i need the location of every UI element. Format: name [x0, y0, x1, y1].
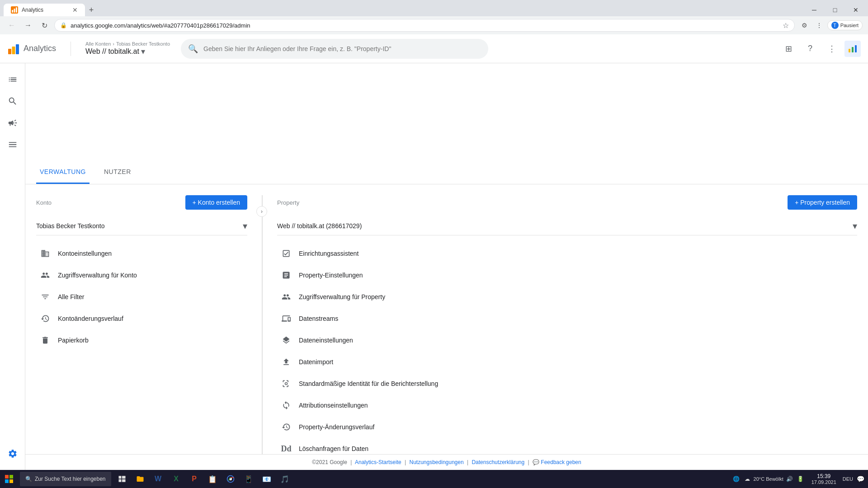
start-button[interactable]: [0, 470, 18, 488]
apps-grid-icon[interactable]: ⊞: [779, 40, 797, 58]
bookmark-icon[interactable]: ☆: [783, 21, 789, 30]
help-icon[interactable]: ?: [801, 40, 819, 58]
menu-item-property-aenderungsverlauf[interactable]: Property-Änderungsverlauf: [277, 416, 857, 438]
global-search-input[interactable]: [203, 45, 481, 52]
create-property-button[interactable]: + Property erstellen: [788, 195, 857, 210]
svg-rect-15: [9, 479, 13, 483]
property-selector[interactable]: Web // tobitalk.at ▾: [85, 47, 170, 56]
tab-nutzer[interactable]: NUTZER: [100, 161, 135, 184]
collapse-column-button[interactable]: ›: [256, 206, 267, 217]
menu-item-datenstreams[interactable]: Datenstreams: [277, 308, 857, 329]
taskbar-app-chrome[interactable]: [222, 470, 240, 488]
tab-title: Analytics: [22, 7, 43, 13]
browser-menu-icon[interactable]: ⋮: [813, 19, 826, 32]
streams-icon: [281, 313, 292, 324]
tab-verwaltung[interactable]: VERWALTUNG: [36, 161, 90, 184]
language-indicator[interactable]: DEU: [843, 476, 853, 482]
extensions-icon[interactable]: ⚙: [798, 19, 811, 32]
weather-icon[interactable]: ☁: [743, 474, 752, 483]
property-selector-dropdown[interactable]: Web // tobitalk.at (286617029) ▾: [277, 217, 857, 235]
menu-item-dateneinstellungen[interactable]: Dateneinstellungen: [277, 329, 857, 351]
global-search-bar[interactable]: 🔍: [181, 39, 488, 59]
loeschanfragen-label: Löschanfragen für Daten: [299, 445, 368, 452]
footer: ©2021 Google | Analytics-Startseite | Nu…: [25, 454, 868, 470]
battery-icon[interactable]: 🔋: [796, 474, 805, 483]
taskbar-search[interactable]: 🔍 Zur Suche Text hier eingeben: [20, 472, 111, 486]
address-bar[interactable]: 🔒 analytics.google.com/analytics/web/#a2…: [54, 19, 795, 32]
minimize-button[interactable]: ─: [804, 4, 825, 16]
breadcrumb-chevron: ›: [113, 41, 114, 47]
taskbar-app-word[interactable]: W: [149, 470, 167, 488]
taskbar-time-display[interactable]: 15:39 17.09.2021: [809, 472, 839, 486]
network-icon[interactable]: 🌐: [732, 474, 741, 483]
footer-link-nutzungsbedingungen[interactable]: Nutzungsbedingungen: [410, 459, 464, 465]
trash-icon: [40, 335, 51, 346]
footer-link-startseite[interactable]: Analytics-Startseite: [355, 459, 401, 465]
menu-item-identitaet[interactable]: Standardmäßige Identität für die Bericht…: [277, 373, 857, 394]
profile-pause-badge[interactable]: T Pausiert: [827, 20, 863, 30]
taskbar-apps: W X P 📋 📱 📧 🎵: [113, 470, 294, 488]
sidebar-item-reports[interactable]: [4, 70, 22, 89]
footer-link-datenschutz[interactable]: Datenschutzerklärung: [472, 459, 524, 465]
document-icon: [281, 270, 292, 281]
volume-icon[interactable]: 🔊: [785, 474, 794, 483]
sidebar-item-campaigns[interactable]: [4, 114, 22, 132]
maximize-button[interactable]: □: [825, 4, 845, 16]
menu-item-alle-filter[interactable]: Alle Filter: [36, 286, 247, 308]
account-selector[interactable]: Tobias Becker Testkonto ▾: [36, 217, 247, 235]
analytics-logo-icon: [7, 42, 20, 55]
taskbar-app-unknown2[interactable]: 🎵: [276, 470, 294, 488]
taskbar-app-excel[interactable]: X: [167, 470, 185, 488]
menu-item-zugriffsverwaltung-property[interactable]: Zugriffsverwaltung für Property: [277, 286, 857, 308]
menu-item-property-einstellungen[interactable]: Property-Einstellungen: [277, 264, 857, 286]
search-icon: 🔍: [188, 44, 198, 54]
weather-text: 20°C Bewölkt: [754, 476, 783, 482]
back-button[interactable]: ←: [5, 19, 18, 32]
menu-item-einrichtungsassistent[interactable]: Einrichtungsassistent: [277, 243, 857, 264]
breadcrumb-all-link[interactable]: Alle Konten: [85, 41, 111, 47]
window-controls: ─ □ ✕: [804, 4, 868, 16]
taskbar-app-mail[interactable]: 📧: [258, 470, 276, 488]
menu-item-datenimport[interactable]: Datenimport: [277, 351, 857, 373]
breadcrumb-account-link[interactable]: Tobias Becker Testkonto: [116, 41, 170, 47]
upload-icon: [281, 357, 292, 367]
sidebar-item-admin[interactable]: [4, 445, 22, 463]
sidebar-item-explore[interactable]: [4, 92, 22, 110]
menu-item-attributionseinstellungen[interactable]: Attributionseinstellungen: [277, 394, 857, 416]
konto-column-header: Konto + Konto erstellen: [36, 195, 247, 210]
menu-item-kontoaenderungsverlauf[interactable]: Kontoänderungsverlauf: [36, 308, 247, 329]
date-text: 17.09.2021: [811, 479, 836, 485]
analytics-view-icon[interactable]: [844, 41, 861, 57]
taskbar-app-powerpoint[interactable]: P: [185, 470, 203, 488]
property-aenderungsverlauf-label: Property-Änderungsverlauf: [299, 423, 374, 431]
menu-item-zugriffsverwaltung-konto[interactable]: Zugriffsverwaltung für Konto: [36, 264, 247, 286]
einrichtungsassistent-label: Einrichtungsassistent: [299, 250, 359, 257]
property-name-dropdown: Web // tobitalk.at (286617029): [277, 222, 362, 230]
tab-close-button[interactable]: ✕: [72, 6, 78, 14]
footer-link-feedback[interactable]: Feedback geben: [541, 459, 581, 465]
konto-column: Konto + Konto erstellen Tobias Becker Te…: [36, 195, 262, 488]
taskbar-right: 🌐 ☁ 20°C Bewölkt 🔊 🔋 15:39 17.09.2021 DE…: [732, 472, 868, 486]
reload-button[interactable]: ↻: [38, 19, 51, 32]
svg-rect-14: [5, 479, 9, 483]
menu-item-papierkorb[interactable]: Papierkorb: [36, 329, 247, 351]
people-konto-icon: [40, 270, 51, 281]
taskbar-app-explorer[interactable]: [131, 470, 149, 488]
forward-button[interactable]: →: [22, 19, 34, 32]
create-konto-button[interactable]: + Konto erstellen: [185, 195, 247, 210]
taskbar-app-phone[interactable]: 📱: [240, 470, 258, 488]
new-tab-button[interactable]: +: [85, 4, 98, 16]
sidebar-item-configure[interactable]: [4, 136, 22, 154]
taskbar-app-taskview[interactable]: [113, 470, 131, 488]
notification-icon[interactable]: 💬: [857, 475, 864, 483]
taskbar-app-unknown1[interactable]: 📋: [203, 470, 222, 488]
browser-tab[interactable]: Analytics ✕: [4, 4, 85, 16]
kontoeinstellungen-label: Kontoeinstellungen: [58, 250, 112, 257]
profile-status: Pausiert: [840, 23, 859, 28]
menu-item-kontoeinstellungen[interactable]: Kontoeinstellungen: [36, 243, 247, 264]
building-icon: [40, 248, 51, 259]
account-dropdown-arrow-icon: ▾: [243, 221, 247, 231]
more-options-icon[interactable]: ⋮: [823, 40, 841, 58]
close-button[interactable]: ✕: [845, 4, 866, 16]
nav-bar: ← → ↻ 🔒 analytics.google.com/analytics/w…: [0, 16, 868, 34]
